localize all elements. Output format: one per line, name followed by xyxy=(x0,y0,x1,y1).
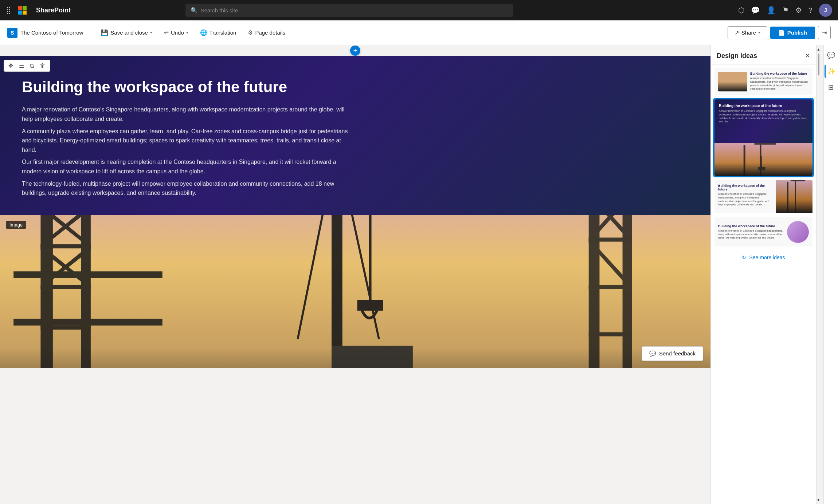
undo-button[interactable]: ↩ Undo ▾ xyxy=(160,27,193,38)
design-scrollbar-track xyxy=(818,52,819,497)
people-icon[interactable]: 👤 xyxy=(767,6,776,15)
top-navigation: ⣿ SharePoint 🔍 ⬡ 💬 👤 ⚑ ⚙ ? J xyxy=(0,0,838,20)
design-card-4-title: Building the workspace of the future xyxy=(718,224,784,228)
svg-rect-6 xyxy=(40,326,90,330)
svg-rect-41 xyxy=(795,181,796,213)
design-card-3-title: Building the workspace of the future xyxy=(718,184,772,191)
svg-rect-33 xyxy=(744,145,745,176)
svg-rect-5 xyxy=(40,285,90,289)
side-actions-panel: 💬 ✨ ⊞ xyxy=(823,45,838,504)
content-section: ✥ ⚌ ⧉ 🗑 Building the workspace of the fu… xyxy=(0,56,710,368)
design-scroll-down-button[interactable]: ▼ xyxy=(816,497,821,503)
design-card-1-image xyxy=(718,72,747,91)
design-card-4-inner: Building the workspace of the future A m… xyxy=(714,217,812,247)
svg-rect-34 xyxy=(755,143,776,145)
design-card-1-body: A major renovation of Contoso's Singapor… xyxy=(750,76,809,91)
design-card-3-text: Building the workspace of the future A m… xyxy=(714,180,776,213)
save-dropdown-arrow: ▾ xyxy=(150,30,152,35)
side-comments-button[interactable]: 💬 xyxy=(825,49,838,62)
design-card-1[interactable]: Building the workspace of the future A m… xyxy=(714,67,813,96)
search-bar[interactable]: 🔍 xyxy=(185,4,513,17)
design-card-4[interactable]: Building the workspace of the future A m… xyxy=(714,217,813,247)
delete-section-button[interactable]: 🗑 xyxy=(38,62,48,70)
search-input[interactable] xyxy=(201,7,508,13)
svg-rect-38 xyxy=(776,180,812,213)
see-more-ideas-button[interactable]: ↻ See more ideas xyxy=(714,250,813,265)
hero-title: Building the workspace of the future xyxy=(22,78,689,96)
microsoft-logo xyxy=(18,6,27,15)
publish-icon: 📄 xyxy=(778,29,785,36)
crane-svg xyxy=(0,215,710,368)
search-icon: 🔍 xyxy=(191,7,198,14)
translation-button[interactable]: 🌐 Translation xyxy=(196,27,241,38)
share-button[interactable]: ↗ Share ▾ xyxy=(728,26,767,39)
add-section-bar[interactable]: + xyxy=(0,45,710,56)
apps-icon[interactable]: ⬡ xyxy=(738,6,744,15)
section-controls: ✥ ⚌ ⧉ 🗑 xyxy=(4,60,50,72)
flag-icon[interactable]: ⚑ xyxy=(782,6,789,15)
editor-toolbar: S The Contoso of Tomorrow 💾 Save and clo… xyxy=(0,20,838,45)
svg-rect-24 xyxy=(589,237,632,241)
help-icon[interactable]: ? xyxy=(808,6,812,15)
design-card-4-text: Building the workspace of the future A m… xyxy=(718,224,784,240)
design-card-2-hero: Building the workspace of the future A m… xyxy=(714,99,812,143)
save-close-button[interactable]: 💾 Save and close ▾ xyxy=(97,27,157,38)
collapse-panel-button[interactable]: ⇥ xyxy=(818,26,831,39)
design-card-3-inner: Building the workspace of the future A m… xyxy=(714,180,812,213)
design-panel-content[interactable]: Building the workspace of the future A m… xyxy=(711,64,816,504)
share-dropdown-arrow: ▾ xyxy=(758,30,760,35)
undo-dropdown-arrow: ▾ xyxy=(186,30,188,35)
hero-paragraph-1: A major renovation of Contoso's Singapor… xyxy=(22,105,357,123)
hero-paragraph-4: The technology-fueled, multiphase projec… xyxy=(22,179,357,198)
refresh-icon: ↻ xyxy=(742,255,746,260)
hero-section: Building the workspace of the future A m… xyxy=(0,56,710,215)
move-section-button[interactable]: ✥ xyxy=(6,62,15,70)
save-icon: 💾 xyxy=(101,29,108,36)
design-card-2-body: A major renovation of Contoso's Singapor… xyxy=(719,109,808,123)
image-label: Image xyxy=(6,221,26,229)
editor-area[interactable]: + ✥ ⚌ ⧉ 🗑 Building the workspace of the … xyxy=(0,45,710,504)
send-feedback-button[interactable]: 💬 Send feedback xyxy=(642,346,703,361)
publish-button[interactable]: 📄 Publish xyxy=(770,27,815,39)
svg-rect-25 xyxy=(589,285,632,289)
divider-1 xyxy=(92,27,92,39)
design-card-2[interactable]: Building the workspace of the future A m… xyxy=(714,99,813,177)
design-card-2-inner: Building the workspace of the future A m… xyxy=(714,99,812,176)
svg-rect-37 xyxy=(758,167,765,170)
design-card-1-text: Building the workspace of the future A m… xyxy=(750,72,809,91)
side-design-button[interactable]: ✨ xyxy=(825,65,838,78)
crane-image xyxy=(0,215,710,368)
avatar[interactable]: J xyxy=(819,4,832,17)
waffle-menu-icon[interactable]: ⣿ xyxy=(6,6,11,15)
svg-rect-4 xyxy=(40,244,90,248)
settings-icon[interactable]: ⚙ xyxy=(795,6,802,15)
design-scroll-up-button[interactable]: ▲ xyxy=(816,47,821,52)
design-panel-scrollbar: ▲ ▼ xyxy=(816,45,821,504)
close-design-panel-button[interactable]: ✕ xyxy=(805,52,810,60)
translation-icon: 🌐 xyxy=(200,29,207,36)
add-section-button[interactable]: + xyxy=(350,46,360,56)
design-card-3[interactable]: Building the workspace of the future A m… xyxy=(714,180,813,214)
hero-paragraph-3: Our first major redevelopment is nearing… xyxy=(22,157,357,176)
duplicate-section-button[interactable]: ⧉ xyxy=(28,62,36,70)
main-layout: + ✥ ⚌ ⧉ 🗑 Building the workspace of the … xyxy=(0,45,838,504)
page-details-icon: ⚙ xyxy=(248,29,253,36)
design-ideas-panel: Design ideas ✕ Building the workspace of… xyxy=(710,45,816,504)
svg-rect-18 xyxy=(332,346,413,368)
undo-icon: ↩ xyxy=(164,29,169,36)
design-card-4-body: A major renovation of Contoso's Singapor… xyxy=(718,229,784,240)
svg-rect-12 xyxy=(13,319,162,326)
toolbar-right: ↗ Share ▾ 📄 Publish ⇥ xyxy=(728,26,831,39)
chat-icon[interactable]: 💬 xyxy=(751,6,760,15)
design-card-1-title: Building the workspace of the future xyxy=(750,72,809,75)
svg-rect-11 xyxy=(13,271,162,278)
design-card-3-body: A major renovation of Contoso's Singapor… xyxy=(718,192,772,206)
svg-rect-16 xyxy=(369,215,371,300)
page-details-button[interactable]: ⚙ Page details xyxy=(243,27,290,38)
design-panel-header: Design ideas ✕ xyxy=(711,45,816,64)
app-name: SharePoint xyxy=(36,7,71,14)
svg-rect-39 xyxy=(787,182,788,213)
edit-section-button[interactable]: ⚌ xyxy=(17,62,26,70)
svg-rect-14 xyxy=(332,215,342,368)
side-format-button[interactable]: ⊞ xyxy=(825,81,838,94)
